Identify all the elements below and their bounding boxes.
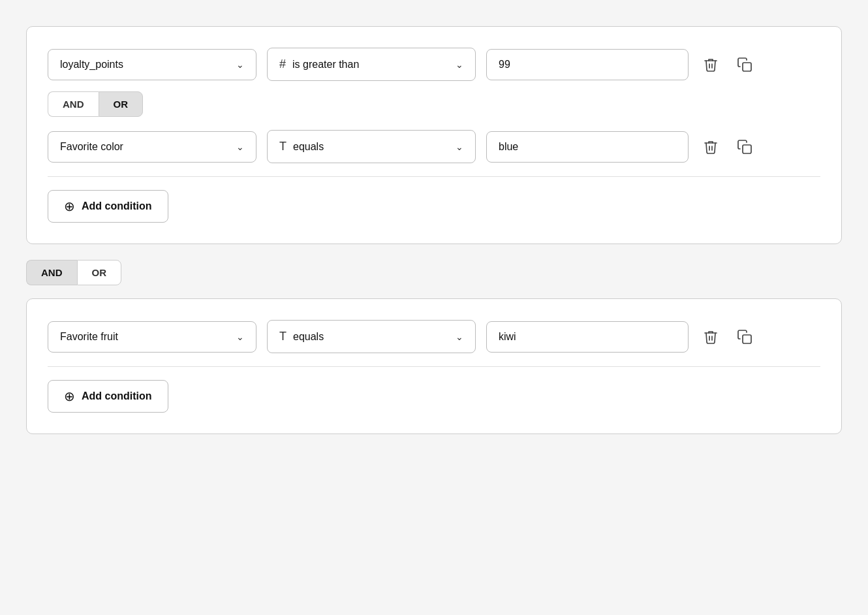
divider-1 xyxy=(48,176,820,177)
type-icon-3: T xyxy=(279,330,287,343)
field-label-3: Favorite fruit xyxy=(60,331,118,343)
group-1: loyalty_points ⌄ # is greater than ⌄ xyxy=(26,26,842,244)
add-condition-button-2[interactable]: ⊕ Add condition xyxy=(48,380,168,413)
trash-icon-2 xyxy=(703,139,719,155)
copy-icon-3 xyxy=(737,329,752,345)
field-dropdown-2[interactable]: Favorite color ⌄ xyxy=(48,131,256,163)
operator-dropdown-2[interactable]: T equals ⌄ xyxy=(267,130,476,163)
trash-icon-3 xyxy=(703,329,719,345)
chevron-icon-2: ⌄ xyxy=(456,59,463,70)
operator-dropdown-1[interactable]: # is greater than ⌄ xyxy=(267,48,476,81)
plus-circle-icon-2: ⊕ xyxy=(64,390,75,403)
delete-button-3[interactable] xyxy=(699,325,722,349)
condition-row-2: Favorite color ⌄ T equals ⌄ xyxy=(48,130,820,163)
operator-label-2: equals xyxy=(293,141,324,153)
copy-button-3[interactable] xyxy=(733,325,756,349)
type-icon-1: # xyxy=(279,57,286,71)
svg-rect-0 xyxy=(743,63,751,71)
field-dropdown-3[interactable]: Favorite fruit ⌄ xyxy=(48,321,256,353)
operator-label-1: is greater than xyxy=(292,59,359,71)
field-dropdown-1[interactable]: loyalty_points ⌄ xyxy=(48,49,256,80)
delete-button-2[interactable] xyxy=(699,135,722,159)
add-condition-button-1[interactable]: ⊕ Add condition xyxy=(48,190,168,223)
field-label-1: loyalty_points xyxy=(60,59,123,71)
field-label-2: Favorite color xyxy=(60,141,123,153)
svg-rect-1 xyxy=(743,145,751,153)
between-toggle: AND OR xyxy=(26,260,842,285)
divider-2 xyxy=(48,366,820,367)
type-icon-2: T xyxy=(279,140,287,153)
between-and-btn[interactable]: AND xyxy=(26,260,77,285)
copy-icon-2 xyxy=(737,139,752,155)
add-condition-label-2: Add condition xyxy=(82,390,152,402)
copy-button-1[interactable] xyxy=(733,53,756,76)
chevron-icon-5: ⌄ xyxy=(236,332,244,342)
chevron-icon-4: ⌄ xyxy=(456,142,463,152)
chevron-icon-6: ⌄ xyxy=(456,332,463,342)
delete-button-1[interactable] xyxy=(699,53,722,76)
operator-label-3: equals xyxy=(293,331,324,343)
and-btn-1[interactable]: AND xyxy=(48,91,99,117)
main-container: loyalty_points ⌄ # is greater than ⌄ xyxy=(26,26,842,434)
chevron-icon-1: ⌄ xyxy=(236,59,244,70)
value-input-1[interactable] xyxy=(486,49,689,80)
chevron-icon-3: ⌄ xyxy=(236,142,244,152)
add-condition-label-1: Add condition xyxy=(82,200,152,212)
trash-icon-1 xyxy=(703,57,719,72)
operator-dropdown-3[interactable]: T equals ⌄ xyxy=(267,320,476,353)
between-or-btn[interactable]: OR xyxy=(77,260,122,285)
condition-row-1: loyalty_points ⌄ # is greater than ⌄ xyxy=(48,48,820,81)
value-input-2[interactable] xyxy=(486,131,689,163)
svg-rect-2 xyxy=(743,335,751,343)
condition-row-3: Favorite fruit ⌄ T equals ⌄ xyxy=(48,320,820,353)
plus-circle-icon-1: ⊕ xyxy=(64,200,75,213)
logic-toggle-1: AND OR xyxy=(48,91,820,117)
group-2: Favorite fruit ⌄ T equals ⌄ xyxy=(26,298,842,434)
or-btn-1[interactable]: OR xyxy=(99,91,144,117)
copy-icon-1 xyxy=(737,57,752,72)
copy-button-2[interactable] xyxy=(733,135,756,159)
value-input-3[interactable] xyxy=(486,321,689,353)
